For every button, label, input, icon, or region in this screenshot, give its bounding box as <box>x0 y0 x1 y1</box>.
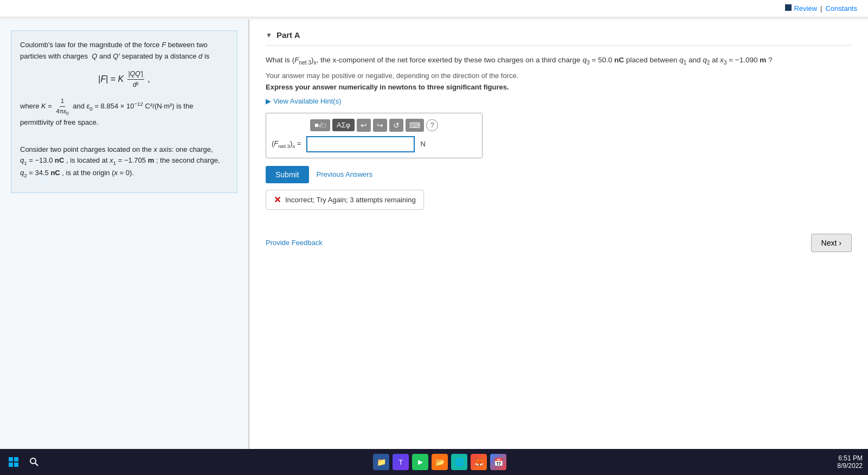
reset-btn[interactable]: ↺ <box>389 119 403 132</box>
undo-btn[interactable]: ↩ <box>357 119 371 132</box>
left-panel: Coulomb's law for the magnitude of the f… <box>0 20 249 449</box>
input-formula-label: (Fnet 3)x = <box>272 139 301 149</box>
keyboard-icon: ⌨ <box>409 121 420 130</box>
redo-btn[interactable]: ↪ <box>373 119 387 132</box>
unit-label: N <box>420 140 425 148</box>
greek-icon: ΑΣφ <box>337 121 350 129</box>
answer-input[interactable] <box>306 136 415 152</box>
review-link[interactable]: Review <box>794 4 817 12</box>
separator: | <box>820 4 822 12</box>
bottom-actions: Provide Feedback Next › <box>266 226 852 252</box>
k-definition: where K = 1 4πε0 and ε0 = 8.854 × 10−12 … <box>20 97 228 129</box>
hint-label: View Available Hint(s) <box>273 97 341 105</box>
main-container: Coulomb's law for the magnitude of the f… <box>0 20 868 449</box>
constants-link[interactable]: Constants <box>825 4 857 12</box>
help-icon: ? <box>430 121 434 129</box>
question-text: What is (Fnet 3)x, the x-component of th… <box>266 54 852 67</box>
review-icon <box>785 4 792 11</box>
undo-icon: ↩ <box>361 121 367 130</box>
coulombs-intro: Coulomb's law for the magnitude of the f… <box>20 40 228 62</box>
provide-feedback-link[interactable]: Provide Feedback <box>266 239 323 247</box>
answer-direction: Your answer may be positive or negative,… <box>266 72 852 80</box>
math-toolbar: ■√□ ΑΣφ ↩ ↪ ↺ ⌨ ? <box>272 119 477 132</box>
next-button[interactable]: Next › <box>811 234 852 252</box>
reference-box: Coulomb's law for the magnitude of the f… <box>11 30 237 193</box>
submit-button[interactable]: Submit <box>266 166 309 183</box>
next-chevron-icon: › <box>839 239 841 247</box>
redo-icon: ↪ <box>377 121 383 130</box>
help-btn[interactable]: ? <box>426 119 438 131</box>
collapse-arrow[interactable]: ▼ <box>266 31 272 39</box>
coulombs-formula: |F| = K |QQ′| d² , <box>20 69 228 90</box>
error-message: Incorrect; Try Again; 3 attempts remaini… <box>285 196 416 204</box>
part-label: Part A <box>277 30 300 40</box>
part-header: ▼ Part A <box>266 30 852 46</box>
next-label: Next <box>821 239 837 247</box>
top-bar: Review | Constants <box>0 0 868 17</box>
right-panel: ▼ Part A What is (Fnet 3)x, the x-compon… <box>249 20 868 449</box>
error-box: ✕ Incorrect; Try Again; 3 attempts remai… <box>266 190 424 210</box>
reset-icon: ↺ <box>393 121 400 130</box>
previous-answers-link[interactable]: Previous Answers <box>317 170 372 178</box>
keyboard-btn[interactable]: ⌨ <box>406 119 424 132</box>
greek-symbols-btn[interactable]: ΑΣφ <box>332 119 355 131</box>
error-icon: ✕ <box>274 195 281 205</box>
answer-format: Express your answer numerically in newto… <box>266 83 852 91</box>
input-row: (Fnet 3)x = N <box>272 136 477 152</box>
answer-box: ■√□ ΑΣφ ↩ ↪ ↺ ⌨ ? <box>266 113 483 158</box>
hint-arrow: ▶ <box>266 97 271 105</box>
hint-link[interactable]: ▶ View Available Hint(s) <box>266 97 341 105</box>
submit-row: Submit Previous Answers <box>266 166 852 183</box>
scenario-text: Consider two point charges located on th… <box>20 144 228 179</box>
math-template-icon: ■√□ <box>314 121 326 129</box>
math-template-btn[interactable]: ■√□ <box>310 119 330 131</box>
